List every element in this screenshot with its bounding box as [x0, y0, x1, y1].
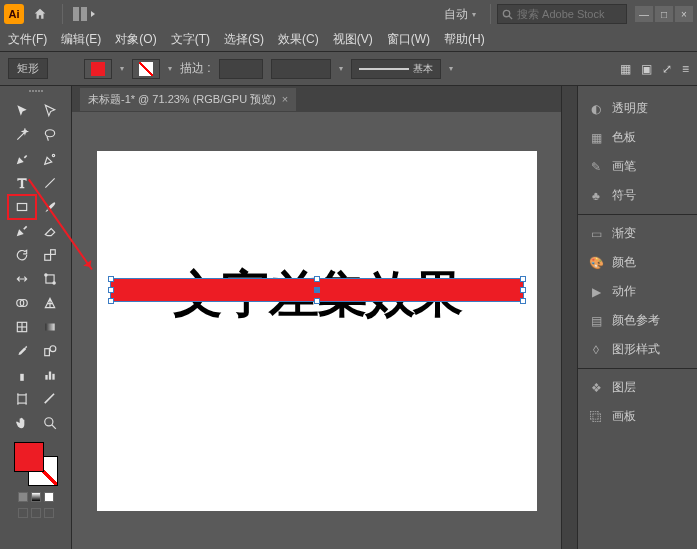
rectangle-tool[interactable]: [9, 196, 35, 218]
menu-window[interactable]: 窗口(W): [387, 31, 430, 48]
blend-tool[interactable]: [37, 340, 63, 362]
chevron-down-icon[interactable]: ▾: [168, 64, 172, 73]
color-mode-solid[interactable]: [18, 492, 28, 502]
selection-handle[interactable]: [520, 298, 526, 304]
svg-point-5: [52, 154, 54, 156]
home-icon[interactable]: [30, 4, 50, 24]
selection-handle[interactable]: [520, 276, 526, 282]
document-tab[interactable]: 未标题-1* @ 71.23% (RGB/GPU 预览) ×: [80, 88, 296, 111]
panel-swatches[interactable]: ▦色板: [578, 123, 697, 152]
svg-rect-25: [17, 395, 25, 403]
shaper-tool[interactable]: [9, 220, 35, 242]
close-icon[interactable]: ×: [282, 93, 288, 105]
panel-menu-icon[interactable]: ≡: [682, 62, 689, 76]
gradient-tool[interactable]: [37, 316, 63, 338]
column-graph-tool[interactable]: [37, 364, 63, 386]
selection-handle[interactable]: [520, 287, 526, 293]
menu-edit[interactable]: 编辑(E): [61, 31, 101, 48]
arrange-docs-icon[interactable]: [69, 7, 99, 21]
fill-swatch[interactable]: [84, 59, 112, 79]
panel-color[interactable]: 🎨颜色: [578, 248, 697, 277]
rotate-tool[interactable]: [9, 244, 35, 266]
color-mode-row: [18, 492, 54, 502]
app-icon: Ai: [4, 4, 24, 24]
menu-help[interactable]: 帮助(H): [444, 31, 485, 48]
grip-icon[interactable]: [16, 90, 56, 96]
panel-graphicstyles[interactable]: ◊图形样式: [578, 335, 697, 364]
artboard-tool[interactable]: [9, 388, 35, 410]
selection-tool[interactable]: [9, 100, 35, 122]
draw-inside[interactable]: [44, 508, 54, 518]
symbol-sprayer-tool[interactable]: [9, 364, 35, 386]
workspace-switcher[interactable]: 自动 ▾: [444, 6, 476, 23]
maximize-button[interactable]: □: [655, 6, 673, 22]
panel-brushes[interactable]: ✎画笔: [578, 152, 697, 181]
draw-behind[interactable]: [31, 508, 41, 518]
width-tool[interactable]: [9, 268, 35, 290]
selected-rectangle[interactable]: [111, 279, 523, 301]
menu-bar: 文件(F) 编辑(E) 对象(O) 文字(T) 选择(S) 效果(C) 视图(V…: [0, 28, 697, 52]
stroke-swatch[interactable]: [132, 59, 160, 79]
free-transform-tool[interactable]: [37, 268, 63, 290]
search-input[interactable]: 搜索 Adobe Stock: [497, 4, 627, 24]
perspective-tool[interactable]: [37, 292, 63, 314]
separator: [578, 368, 697, 369]
hand-tool[interactable]: [9, 412, 35, 434]
menu-select[interactable]: 选择(S): [224, 31, 264, 48]
selection-handle[interactable]: [314, 276, 320, 282]
canvas[interactable]: 文字差集效果: [72, 112, 561, 549]
chevron-down-icon[interactable]: ▾: [120, 64, 124, 73]
panel-label: 渐变: [612, 225, 636, 242]
close-button[interactable]: ×: [675, 6, 693, 22]
panel-actions[interactable]: ▶动作: [578, 277, 697, 306]
direct-selection-tool[interactable]: [37, 100, 63, 122]
panel-artboards[interactable]: ⿻画板: [578, 402, 697, 431]
svg-rect-18: [45, 324, 54, 331]
chevron-down-icon[interactable]: ▾: [449, 64, 453, 73]
color-mode-gradient[interactable]: [31, 492, 41, 502]
menu-type[interactable]: 文字(T): [171, 31, 210, 48]
menu-object[interactable]: 对象(O): [115, 31, 156, 48]
selection-handle[interactable]: [108, 276, 114, 282]
panel-transparency[interactable]: ◐透明度: [578, 94, 697, 123]
selection-handle[interactable]: [314, 298, 320, 304]
magic-wand-tool[interactable]: [9, 124, 35, 146]
slice-tool[interactable]: [37, 388, 63, 410]
selection-center[interactable]: [314, 287, 320, 293]
shape-builder-tool[interactable]: [9, 292, 35, 314]
brush-def-select[interactable]: 基本: [351, 59, 441, 79]
selection-handle[interactable]: [108, 298, 114, 304]
svg-line-6: [45, 178, 54, 187]
artboard[interactable]: 文字差集效果: [97, 151, 537, 511]
panel-colorguide[interactable]: ▤颜色参考: [578, 306, 697, 335]
curvature-tool[interactable]: [37, 148, 63, 170]
panel-layers[interactable]: ❖图层: [578, 373, 697, 402]
panel-gradient[interactable]: ▭渐变: [578, 219, 697, 248]
shape-mode-icon[interactable]: ▣: [641, 62, 652, 76]
lasso-tool[interactable]: [37, 124, 63, 146]
stroke-profile-select[interactable]: [271, 59, 331, 79]
eyedropper-tool[interactable]: [9, 340, 35, 362]
line-tool[interactable]: [37, 172, 63, 194]
pen-tool[interactable]: [9, 148, 35, 170]
menu-effect[interactable]: 效果(C): [278, 31, 319, 48]
fill-stroke-indicator[interactable]: [14, 442, 58, 486]
minimize-button[interactable]: —: [635, 6, 653, 22]
svg-point-2: [503, 10, 509, 16]
draw-normal[interactable]: [18, 508, 28, 518]
mesh-tool[interactable]: [9, 316, 35, 338]
panel-symbols[interactable]: ♣符号: [578, 181, 697, 210]
menu-file[interactable]: 文件(F): [8, 31, 47, 48]
zoom-tool[interactable]: [37, 412, 63, 434]
selection-handle[interactable]: [108, 287, 114, 293]
chevron-down-icon[interactable]: ▾: [339, 64, 343, 73]
color-mode-none[interactable]: [44, 492, 54, 502]
menu-view[interactable]: 视图(V): [333, 31, 373, 48]
fill-indicator[interactable]: [14, 442, 44, 472]
svg-rect-21: [20, 374, 24, 381]
align-icon[interactable]: ▦: [620, 62, 631, 76]
scale-tool[interactable]: [37, 244, 63, 266]
stroke-weight-input[interactable]: [219, 59, 263, 79]
panel-dock-strip[interactable]: [561, 86, 577, 549]
transform-icon[interactable]: ⤢: [662, 62, 672, 76]
